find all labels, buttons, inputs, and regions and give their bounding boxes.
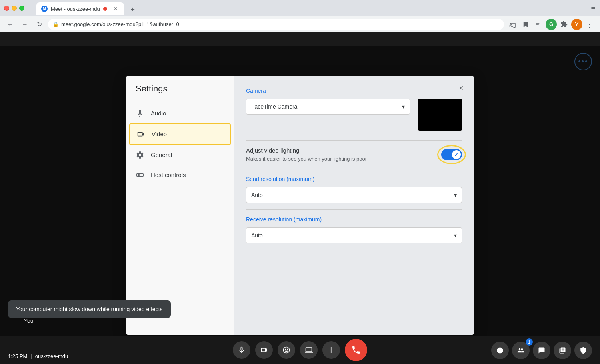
send-resolution-label: Send resolution (maximum) [246,176,462,182]
lighting-row: Adjust video lighting Makes it easier to… [246,147,462,163]
safety-button[interactable] [574,342,592,359]
meeting-code: ous-zzee-mdu [35,353,68,359]
settings-sidebar: Settings Audio Video [126,76,234,335]
meet-tab-icon: M [41,6,48,12]
sidebar-general-label: General [151,151,172,158]
receive-resolution-dropdown[interactable]: Auto ▾ [246,227,462,243]
forward-button[interactable]: → [19,19,30,30]
more-options-button[interactable]: ⋮ [584,19,595,30]
settings-modal: Settings Audio Video [126,76,474,335]
lighting-text: Adjust video lighting Makes it easier to… [246,147,367,163]
back-button[interactable]: ← [5,19,16,30]
sidebar-audio-label: Audio [151,110,166,117]
address-bar[interactable]: 🔒 meet.google.com/ous-zzee-mdu?pli=1&aut… [48,19,504,30]
camera-value: FaceTime Camera [251,103,297,110]
tab-close-button[interactable]: ✕ [112,5,119,12]
camera-select-area: FaceTime Camera ▾ [246,99,410,115]
camera-section: Camera FaceTime Camera ▾ [246,88,462,131]
toolbar-left: 1:25 PM | ous-zzee-mdu [8,353,68,359]
tab-title: Meet - ous-zzee-mdu [51,6,100,12]
participants-badge: 1 [526,338,533,346]
camera-dropdown-chevron: ▾ [402,103,405,110]
tab-search-button[interactable] [533,19,544,30]
camera-dropdown[interactable]: FaceTime Camera ▾ [246,99,410,115]
you-label: You [24,318,34,324]
meeting-time: 1:25 PM [8,353,27,359]
mic-button[interactable] [233,341,250,359]
active-tab[interactable]: M Meet - ous-zzee-mdu ✕ [36,2,124,15]
refresh-icon: ↻ [37,20,42,28]
sidebar-item-audio[interactable]: Audio [126,103,234,123]
url-text: meet.google.com/ous-zzee-mdu?pli=1&authu… [61,21,179,27]
bottom-toolbar: 1:25 PM | ous-zzee-mdu [0,336,600,364]
maximize-window-button[interactable] [19,6,24,11]
user-avatar[interactable]: Y [571,19,582,30]
google-account-button[interactable]: G [546,19,557,30]
tabs-bar: M Meet - ous-zzee-mdu ✕ + [32,1,142,15]
toast-notification: Your computer might slow down while runn… [8,300,171,318]
lighting-toggle[interactable]: ✓ [441,149,462,160]
participants-button[interactable]: 1 [512,342,530,359]
bookmark-button[interactable] [520,19,531,30]
send-resolution-dropdown[interactable]: Auto ▾ [246,187,462,203]
back-icon: ← [7,21,14,28]
receive-resolution-label: Receive resolution (maximum) [246,216,462,223]
svg-point-5 [138,174,140,176]
send-resolution-chevron: ▾ [454,192,457,198]
main-content: ••• Settings Audio [0,46,600,364]
receive-resolution-chevron: ▾ [454,232,457,239]
toolbar-right: 1 [491,342,592,359]
forward-icon: → [22,21,28,28]
window-menu-button[interactable]: ≡ [591,3,595,12]
sidebar-item-host-controls[interactable]: Host controls [126,165,234,185]
svg-rect-2 [536,24,539,25]
sidebar-host-controls-label: Host controls [151,171,186,178]
settings-content: × Camera FaceTime Camera ▾ [234,76,474,335]
chat-button[interactable] [533,342,550,359]
camera-preview [418,99,462,131]
camera-label: Camera [246,88,462,94]
send-resolution-value: Auto [251,192,263,198]
browser-chrome: M Meet - ous-zzee-mdu ✕ + ≡ ← → ↻ 🔒 meet… [0,0,600,32]
activities-button[interactable] [554,342,571,359]
lighting-title: Adjust video lighting [246,147,367,154]
audio-icon [136,109,144,118]
divider-2 [246,169,462,169]
reactions-button[interactable] [278,341,295,359]
video-icon [136,130,145,139]
toggle-knob: ✓ [452,150,461,159]
divider-1 [246,140,462,141]
camera-row: FaceTime Camera ▾ [246,99,462,131]
camera-button[interactable] [255,341,273,359]
send-resolution-section: Send resolution (maximum) Auto ▾ [246,176,462,203]
svg-rect-0 [536,22,538,22]
refresh-button[interactable]: ↻ [34,19,45,30]
lighting-desc: Makes it easier to see you when your lig… [246,155,367,163]
lighting-toggle-wrapper: ✓ [441,149,462,160]
close-window-button[interactable] [4,6,9,11]
svg-rect-1 [536,23,539,24]
nav-actions: G Y ⋮ [507,19,595,30]
gear-icon [136,151,144,159]
more-button[interactable] [322,341,340,359]
host-controls-icon [136,171,144,179]
traffic-lights [4,6,24,11]
close-settings-button[interactable]: × [455,82,468,95]
minimize-window-button[interactable] [12,6,17,11]
end-call-button[interactable] [345,339,367,361]
divider-3 [246,209,462,210]
title-bar: M Meet - ous-zzee-mdu ✕ + ≡ [0,0,600,16]
sidebar-video-label: Video [152,131,167,137]
receive-resolution-value: Auto [251,232,263,239]
meeting-separator: | [30,353,32,359]
cast-button[interactable] [507,19,518,30]
sidebar-item-general[interactable]: General [126,145,234,165]
new-tab-button[interactable]: + [127,4,138,15]
extensions-button[interactable] [558,19,570,30]
present-button[interactable] [300,341,318,359]
receive-resolution-section: Receive resolution (maximum) Auto ▾ [246,216,462,243]
settings-title: Settings [126,84,234,103]
recording-dot [103,7,107,11]
info-button[interactable] [491,342,509,359]
sidebar-item-video[interactable]: Video [129,123,231,145]
